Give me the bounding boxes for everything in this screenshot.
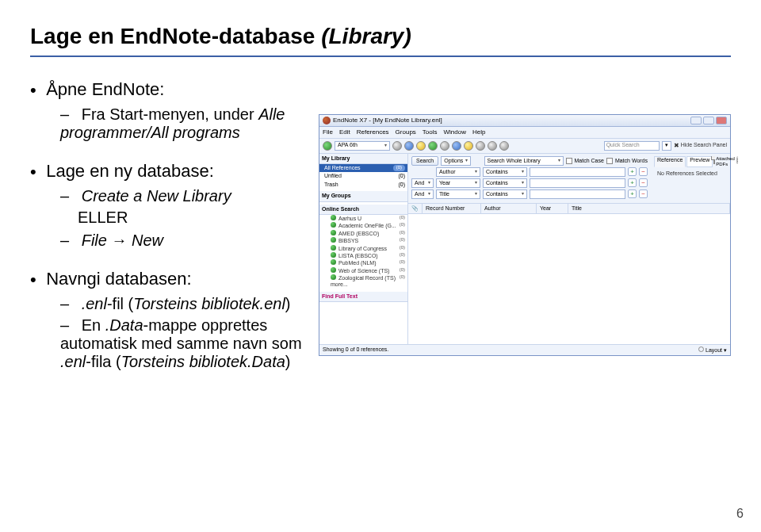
match-case-checkbox[interactable] bbox=[566, 158, 572, 164]
sidebar-item-provider[interactable]: Aarhus U(0) bbox=[319, 215, 407, 222]
add-row-button[interactable]: + bbox=[628, 189, 637, 198]
sidebar-item-provider[interactable]: LISTA (EBSCO)(0) bbox=[319, 252, 407, 259]
add-row-button[interactable]: + bbox=[628, 167, 637, 176]
value-input[interactable] bbox=[530, 189, 625, 199]
style-select[interactable]: APA 6th▾ bbox=[335, 141, 390, 151]
bullet-text: Navngi databasen: bbox=[46, 269, 191, 289]
tool-icon[interactable] bbox=[476, 141, 485, 151]
op-select[interactable]: Contains▾ bbox=[483, 167, 527, 177]
sidebar-item-provider[interactable]: BIBSYS(0) bbox=[319, 237, 407, 244]
maximize-button[interactable] bbox=[703, 117, 714, 124]
sidebar-section-my-groups: My Groups bbox=[319, 191, 407, 201]
op-select[interactable]: Contains▾ bbox=[483, 178, 527, 188]
tool-icon[interactable] bbox=[452, 141, 461, 151]
col-year[interactable]: Year bbox=[537, 204, 568, 213]
menu-references[interactable]: References bbox=[357, 128, 389, 136]
bullet-open-endnote: Åpne EndNote: Fra Start-menyen, under Al… bbox=[30, 79, 308, 142]
window-titlebar: EndNote X7 - [My EndNote Library.enl] bbox=[319, 115, 730, 127]
tab-reference[interactable]: Reference bbox=[654, 156, 686, 167]
menu-edit[interactable]: Edit bbox=[339, 128, 350, 136]
title-italic: (Library) bbox=[321, 24, 411, 48]
value-input[interactable] bbox=[530, 167, 625, 177]
field-select[interactable]: Author▾ bbox=[436, 167, 480, 177]
minimize-button[interactable] bbox=[690, 117, 702, 124]
sidebar-item-provider[interactable]: AMED (EBSCO)(0) bbox=[319, 230, 407, 237]
grid-body bbox=[408, 214, 730, 343]
tool-icon[interactable] bbox=[392, 141, 402, 151]
value-input[interactable] bbox=[530, 178, 625, 188]
menu-file[interactable]: File bbox=[323, 128, 333, 136]
menu-help[interactable]: Help bbox=[472, 128, 485, 136]
main-area: Search Options▾ Search Whole Library▾ Ma… bbox=[408, 154, 730, 344]
field-select[interactable]: Title▾ bbox=[436, 189, 480, 199]
sub-start-menu: Fra Start-menyen, under Alle programmer/… bbox=[60, 105, 308, 142]
attached-pdf-icon[interactable] bbox=[713, 156, 715, 164]
status-bar: Showing 0 of 0 references. Layout ▾ bbox=[319, 344, 730, 355]
sidebar-item-provider[interactable]: Zoological Record (TS)(0) bbox=[319, 274, 407, 281]
bullet-name-db: Navngi databasen: .enl-fil (Torsteins bi… bbox=[30, 269, 308, 371]
sidebar-item-provider[interactable]: PubMed (NLM)(0) bbox=[319, 259, 407, 266]
options-select[interactable]: Options▾ bbox=[441, 156, 471, 166]
help-icon[interactable] bbox=[499, 141, 509, 151]
field-select[interactable]: Year▾ bbox=[436, 178, 480, 188]
preview-pane: Reference Preview Attached PDFs No Refer… bbox=[651, 154, 730, 204]
title-underline bbox=[30, 55, 731, 57]
bullet-new-db: Lage en ny database: Create a New Librar… bbox=[30, 161, 308, 250]
sync-icon[interactable] bbox=[323, 141, 332, 151]
status-text: Showing 0 of 0 references. bbox=[323, 346, 388, 354]
tool-icon[interactable] bbox=[440, 141, 449, 151]
sub-enl-file: .enl-fil (Torsteins bibliotek.enl) bbox=[60, 295, 308, 313]
col-record-number[interactable]: Record Number bbox=[423, 204, 481, 213]
quick-search-dropdown[interactable]: ▾ bbox=[662, 141, 671, 151]
tool-icon[interactable] bbox=[464, 141, 473, 151]
page-number: 6 bbox=[736, 507, 744, 521]
tool-icon[interactable] bbox=[404, 141, 414, 151]
remove-row-button[interactable]: − bbox=[639, 167, 648, 176]
sidebar-item-provider[interactable]: Web of Science (TS)(0) bbox=[319, 267, 407, 274]
tool-icon[interactable] bbox=[488, 141, 497, 151]
remove-row-button[interactable]: − bbox=[639, 189, 648, 198]
search-button[interactable]: Search bbox=[411, 156, 438, 166]
title-plain: Lage en EndNote-database bbox=[30, 24, 321, 48]
bool-select[interactable]: And▾ bbox=[411, 189, 434, 199]
quick-search-input[interactable]: Quick Search bbox=[604, 141, 660, 151]
sidebar-section-my-library: My Library bbox=[319, 154, 407, 164]
menu-window[interactable]: Window bbox=[444, 128, 466, 136]
op-select[interactable]: Contains▾ bbox=[483, 189, 527, 199]
sidebar-item-provider[interactable]: Library of Congress(0) bbox=[319, 245, 407, 252]
col-attachment[interactable]: 📎 bbox=[408, 204, 423, 213]
search-panel: Search Options▾ Search Whole Library▾ Ma… bbox=[408, 154, 651, 204]
gear-icon[interactable] bbox=[736, 156, 738, 164]
bullet-text: Åpne EndNote: bbox=[46, 79, 164, 99]
grid-header: 📎 Record Number Author Year Title bbox=[408, 204, 730, 214]
sidebar-item-provider[interactable]: Academic OneFile (G...(0) bbox=[319, 222, 407, 229]
attached-pdf-label: Attached PDFs bbox=[716, 156, 735, 167]
endnote-screenshot: EndNote X7 - [My EndNote Library.enl] Fi… bbox=[319, 114, 731, 356]
hide-search-panel[interactable]: ✖Hide Search Panel bbox=[674, 142, 727, 150]
remove-row-button[interactable]: − bbox=[639, 178, 648, 187]
match-words-checkbox[interactable] bbox=[606, 158, 613, 164]
close-button[interactable] bbox=[716, 117, 727, 124]
sidebar-section-find-full-text[interactable]: Find Full Text bbox=[319, 292, 407, 302]
col-title[interactable]: Title bbox=[568, 204, 730, 213]
sidebar-item-more[interactable]: more... bbox=[319, 281, 407, 288]
bool-select[interactable]: And▾ bbox=[411, 178, 434, 188]
scope-select[interactable]: Search Whole Library▾ bbox=[484, 156, 564, 166]
add-row-button[interactable]: + bbox=[628, 178, 637, 187]
sidebar: My Library All References(0) Unfiled(0) … bbox=[319, 154, 408, 344]
sidebar-item-all-references[interactable]: All References(0) bbox=[319, 164, 407, 172]
bullet-text: Lage en ny database: bbox=[46, 161, 214, 181]
tool-icon[interactable] bbox=[416, 141, 426, 151]
page-title: Lage en EndNote-database (Library) bbox=[30, 24, 731, 49]
menu-bar: File Edit References Groups Tools Window… bbox=[319, 127, 730, 139]
menu-groups[interactable]: Groups bbox=[396, 128, 416, 136]
sidebar-item-trash[interactable]: Trash(0) bbox=[319, 181, 407, 189]
tab-preview[interactable]: Preview bbox=[686, 156, 713, 167]
col-author[interactable]: Author bbox=[481, 204, 537, 213]
layout-control[interactable]: Layout ▾ bbox=[698, 346, 727, 354]
menu-tools[interactable]: Tools bbox=[423, 128, 438, 136]
window-title: EndNote X7 - [My EndNote Library.enl] bbox=[333, 117, 442, 124]
sidebar-item-unfiled[interactable]: Unfiled(0) bbox=[319, 172, 407, 180]
sub-data-folder: En .Data-mappe opprettes automatisk med … bbox=[60, 316, 308, 371]
tool-icon[interactable] bbox=[428, 141, 438, 151]
